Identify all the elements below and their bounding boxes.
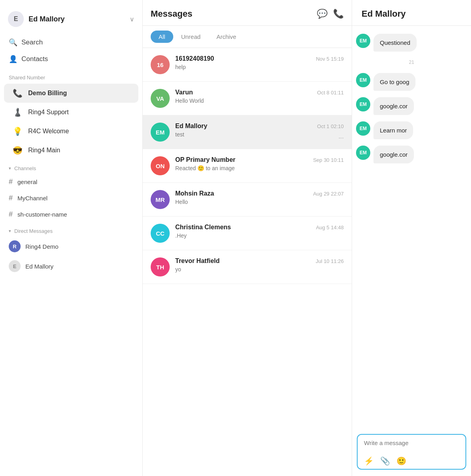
conv-preview-7: yo: [175, 266, 344, 273]
conv-time-2: Oct 8 01:11: [317, 90, 344, 96]
conversation-item-5[interactable]: MR Mohsin Raza Aug 29 22:07 Hello: [143, 183, 352, 217]
sidebar-item-ring4-main[interactable]: 😎 Ring4 Main: [4, 141, 138, 160]
conv-content-6: Christina Clemens Aug 5 14:48 .Hey: [175, 224, 344, 239]
ring4-main-label: Ring4 Main: [28, 147, 60, 154]
conv-time-7: Jul 10 11:26: [316, 258, 344, 264]
channel-sh-customer-name-label: sh-customer-name: [17, 211, 67, 218]
conversation-item-7[interactable]: TH Trevor Hatfield Jul 10 11:26 yo: [143, 250, 352, 284]
message-input[interactable]: [364, 440, 459, 453]
tab-archive[interactable]: Archive: [209, 31, 244, 43]
chat-input-toolbar: ⚡ 📎 🙂: [364, 456, 459, 466]
phone-icon: 📞: [13, 88, 23, 98]
dm-ed-mallory-label: Ed Mallory: [25, 263, 54, 270]
user-avatar: E: [8, 11, 24, 27]
tab-unread[interactable]: Unread: [173, 31, 209, 43]
sidebar-item-demo-billing[interactable]: 📞 Demo Billing: [4, 84, 138, 103]
conv-preview-5: Hello: [175, 199, 344, 205]
conv-name-7: Trevor Hatfield: [175, 257, 220, 265]
contacts-label: Contacts: [21, 55, 48, 63]
conv-preview-3: test: [175, 131, 344, 138]
hash-icon: #: [9, 178, 13, 186]
chat-message-2: EM Go to goog: [356, 73, 467, 91]
conv-name-6: Christina Clemens: [175, 224, 231, 231]
conv-content-3: Ed Mallory Oct 1 02:10 test: [175, 123, 344, 138]
channel-general-label: general: [17, 178, 37, 185]
conv-time-4: Sep 30 10:11: [313, 157, 344, 163]
tab-all[interactable]: All: [151, 31, 173, 43]
emoji-icon[interactable]: 🙂: [396, 456, 406, 466]
messages-list: 16 16192408190 Nov 5 15:19 help VA Varun…: [143, 48, 352, 476]
chat-bubble-text-1: Questioned: [380, 39, 410, 46]
conv-time-3: Oct 1 02:10: [317, 123, 344, 129]
conv-time-5: Aug 29 22:07: [313, 191, 344, 197]
sidebar-item-ring4-support[interactable]: ♟️ Ring4 Support: [4, 103, 138, 122]
conv-preview-4: Reacted 🙂 to an image: [175, 165, 344, 171]
chevron-down-icon: ∨: [130, 15, 134, 23]
conv-preview-2: Hello World: [175, 98, 344, 104]
conv-content-1: 16192408190 Nov 5 15:19 help: [175, 55, 344, 70]
channels-section-title: Channels: [14, 165, 36, 171]
chat-message-1: EM Questioned: [356, 34, 467, 52]
attachment-icon[interactable]: 📎: [380, 456, 390, 466]
chat-contact-name: Ed Mallory: [362, 9, 406, 19]
chat-bubble-3: google.cor: [373, 97, 414, 115]
conv-name-4: OP Primary Number: [175, 156, 236, 163]
chat-message-5: EM google.cor: [356, 146, 467, 163]
contacts-row[interactable]: 👤 Contacts: [0, 51, 142, 69]
contacts-icon: 👤: [9, 55, 17, 63]
checkerboard-icon: ♟️: [13, 107, 23, 117]
chat-bubble-2: Go to goog: [373, 73, 415, 91]
channel-mychannel-label: MyChannel: [17, 195, 48, 202]
sidebar-user-name: Ed Mallory: [29, 15, 125, 23]
channel-sh-customer-name[interactable]: # sh-customer-name: [0, 206, 142, 223]
new-message-icon[interactable]: 💬: [317, 9, 327, 19]
sidebar-item-r4c-welcome[interactable]: 💡 R4C Welcome: [4, 122, 138, 141]
shared-number-section-label: Shared Number: [0, 69, 142, 84]
conv-content-4: OP Primary Number Sep 30 10:11 Reacted 🙂…: [175, 156, 344, 171]
messages-tabs: All Unread Archive: [143, 26, 352, 48]
channel-general[interactable]: # general: [0, 174, 142, 190]
demo-billing-label: Demo Billing: [28, 90, 67, 97]
conv-avatar-4: ON: [151, 156, 170, 175]
conv-time-1: Nov 5 15:19: [316, 56, 344, 62]
search-row[interactable]: 🔍 Search: [0, 34, 142, 51]
chat-avatar-3: EM: [356, 97, 370, 111]
chat-messages: EM Questioned 21 EM Go to goog EM google…: [352, 26, 471, 430]
dm-ring4-demo[interactable]: R Ring4 Demo: [0, 236, 142, 256]
conversation-item-6[interactable]: CC Christina Clemens Aug 5 14:48 .Hey: [143, 217, 352, 250]
conv-time-6: Aug 5 14:48: [316, 225, 344, 230]
chat-bubble-1: Questioned: [373, 34, 417, 52]
chat-message-4: EM Learn mor: [356, 121, 467, 139]
conv-name-2: Varun: [175, 89, 193, 96]
chat-input-area[interactable]: ⚡ 📎 🙂: [357, 434, 466, 470]
dm-arrow-icon: ▾: [9, 228, 11, 234]
chat-day-divider: 21: [356, 60, 467, 65]
dm-ed-mallory[interactable]: E Ed Mallory: [0, 256, 142, 276]
conv-name-1: 16192408190: [175, 55, 214, 62]
r4c-welcome-label: R4C Welcome: [28, 128, 69, 135]
conv-avatar-6: CC: [151, 224, 170, 243]
conversation-item-2[interactable]: VA Varun Oct 8 01:11 Hello World: [143, 82, 352, 115]
conv-name-5: Mohsin Raza: [175, 190, 214, 197]
chat-bubble-text-2: Go to goog: [380, 79, 409, 85]
conversation-item-1[interactable]: 16 16192408190 Nov 5 15:19 help: [143, 48, 352, 82]
conv-content-5: Mohsin Raza Aug 29 22:07 Hello: [175, 190, 344, 205]
sidebar-user-row[interactable]: E Ed Mallory ∨: [0, 0, 142, 34]
new-call-icon[interactable]: 📞: [333, 9, 344, 19]
bulb-icon: 💡: [13, 127, 23, 136]
channel-mychannel[interactable]: # MyChannel: [0, 190, 142, 206]
flash-icon[interactable]: ⚡: [364, 456, 374, 466]
chat-avatar-1: EM: [356, 34, 370, 48]
chat-message-3: EM google.cor: [356, 97, 467, 115]
conv-preview-6: .Hey: [175, 232, 344, 239]
hash-icon: #: [9, 210, 13, 219]
conv-avatar-2: VA: [151, 89, 170, 108]
more-options-icon[interactable]: ···: [339, 134, 344, 142]
conversation-item-3[interactable]: EM Ed Mallory Oct 1 02:10 test ···: [143, 115, 352, 149]
conv-avatar-5: MR: [151, 190, 170, 209]
conversation-item-4[interactable]: ON OP Primary Number Sep 30 10:11 Reacte…: [143, 149, 352, 183]
conv-preview-1: help: [175, 64, 344, 70]
messages-header-icons: 💬 📞: [317, 9, 344, 19]
conv-content-7: Trevor Hatfield Jul 10 11:26 yo: [175, 257, 344, 273]
chat-bubble-text-3: google.cor: [380, 103, 408, 109]
